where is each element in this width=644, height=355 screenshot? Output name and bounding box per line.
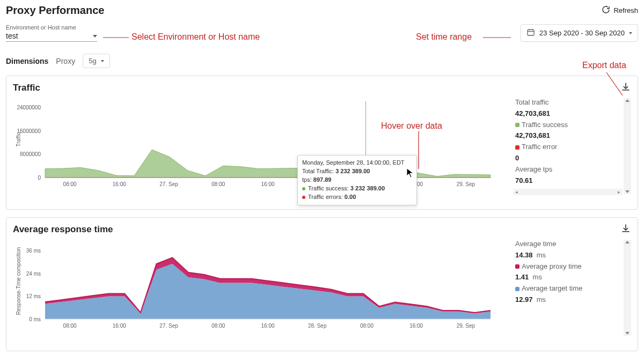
svg-text:29. Sep: 29. Sep (457, 181, 475, 187)
chevron-down-icon (101, 60, 104, 62)
svg-text:16:00: 16:00 (261, 181, 274, 187)
svg-text:16:00: 16:00 (113, 323, 126, 329)
stats-scrollbar[interactable] (624, 98, 631, 194)
dimensions-sublabel: Proxy (56, 57, 75, 65)
svg-text:08:00: 08:00 (63, 181, 77, 187)
stats-scrollbar[interactable] (624, 240, 631, 336)
export-traffic-button[interactable] (620, 82, 631, 94)
svg-text:28. Sep: 28. Sep (308, 323, 327, 329)
svg-text:0: 0 (38, 175, 41, 181)
response-stats: Average time 14.38 ms Average proxy time… (513, 239, 631, 337)
environment-value: test (6, 32, 18, 40)
svg-text:12 ms: 12 ms (26, 293, 41, 299)
svg-text:16:00: 16:00 (113, 181, 126, 187)
svg-text:Traffic: Traffic (16, 132, 21, 146)
svg-text:16:00: 16:00 (409, 323, 423, 329)
chevron-down-icon (93, 35, 97, 38)
svg-text:0 ms: 0 ms (29, 316, 41, 322)
svg-text:24000000: 24000000 (17, 105, 41, 110)
svg-text:08:00: 08:00 (211, 323, 225, 329)
calendar-icon (526, 28, 535, 38)
traffic-stats: Total traffic 42,703,681 Traffic success… (513, 97, 631, 195)
cursor-icon (406, 168, 415, 180)
svg-text:08:00: 08:00 (211, 181, 225, 187)
refresh-label: Refresh (613, 6, 638, 14)
chart-tooltip: Monday, September 28, 14:00:00, EDT Tota… (297, 155, 417, 205)
date-range-picker[interactable]: 23 Sep 2020 - 30 Sep 2020 (521, 24, 638, 42)
svg-text:08:00: 08:00 (360, 323, 374, 329)
svg-text:8000000: 8000000 (20, 151, 41, 157)
refresh-button[interactable]: Refresh (602, 5, 638, 16)
response-card-title: Average response time (13, 224, 113, 235)
chevron-down-icon (629, 32, 632, 34)
svg-text:27. Sep: 27. Sep (159, 323, 178, 329)
page-title: Proxy Performance (6, 4, 104, 17)
traffic-chart[interactable]: 080000001600000024000000Traffic08:0016:0… (13, 97, 509, 195)
svg-text:16:00: 16:00 (261, 323, 274, 329)
environment-label: Environment or Host name (6, 24, 97, 31)
stats-hscroll[interactable]: ◂▸ (513, 189, 623, 195)
svg-text:24 ms: 24 ms (26, 271, 41, 277)
traffic-card-title: Traffic (13, 83, 40, 93)
svg-text:Response-Time composition: Response-Time composition (16, 247, 21, 315)
svg-text:36 ms: 36 ms (26, 248, 41, 254)
date-range-value: 23 Sep 2020 - 30 Sep 2020 (539, 29, 625, 37)
environment-select[interactable]: Environment or Host name test (6, 24, 97, 42)
proxy-select[interactable]: 5g (83, 54, 109, 68)
svg-text:08:00: 08:00 (63, 323, 77, 329)
proxy-value: 5g (89, 57, 96, 65)
svg-text:27. Sep: 27. Sep (159, 181, 178, 187)
dimensions-label: Dimensions (6, 57, 48, 65)
svg-rect-0 (528, 29, 534, 35)
refresh-icon (602, 5, 610, 16)
response-chart[interactable]: 0 ms12 ms24 ms36 msResponse-Time composi… (13, 239, 509, 337)
svg-text:29. Sep: 29. Sep (457, 323, 475, 329)
export-response-button[interactable] (620, 223, 631, 235)
